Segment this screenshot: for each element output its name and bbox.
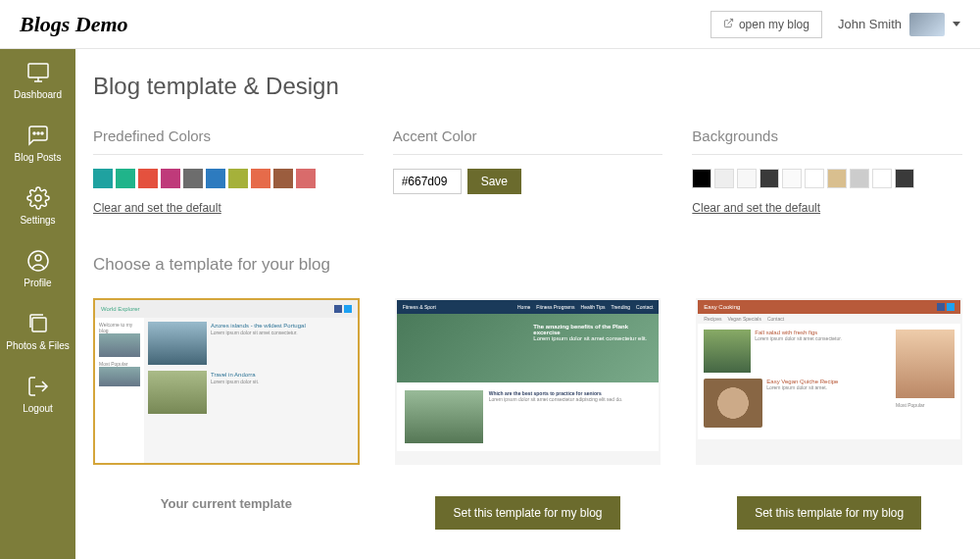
predefined-swatches [93, 169, 364, 188]
set-template-button[interactable]: Set this template for my blog [435, 496, 619, 530]
predefined-colors-section: Predefined Colors Clear and set the defa… [93, 127, 364, 216]
template-option-world-explorer: World Explorer Welcome to my blogMost Po… [93, 298, 360, 530]
sidebar-item-label: Profile [24, 278, 51, 288]
chevron-down-icon [953, 22, 960, 26]
accent-color-section: Accent Color Save [393, 127, 663, 216]
color-swatch-3[interactable] [161, 169, 180, 188]
top-bar: Blogs Demo open my blog John Smith [0, 0, 980, 49]
accent-color-input[interactable] [393, 169, 462, 194]
color-swatch-7[interactable] [251, 169, 270, 188]
sidebar-item-logout[interactable]: Logout [0, 363, 75, 426]
svg-line-0 [727, 19, 732, 24]
external-link-icon [723, 18, 734, 31]
color-swatch-4[interactable] [183, 169, 203, 188]
sidebar-item-blog-posts[interactable]: Blog Posts [0, 112, 75, 175]
svg-point-4 [33, 132, 35, 134]
sidebar-item-settings[interactable]: Settings [0, 175, 75, 237]
sidebar: Dashboard Blog Posts Settings Profile Ph… [0, 49, 75, 559]
background-swatch-6[interactable] [827, 169, 847, 188]
color-swatch-5[interactable] [206, 169, 225, 188]
topbar-right: open my blog John Smith [710, 11, 960, 38]
save-accent-button[interactable]: Save [467, 169, 521, 194]
color-swatch-0[interactable] [93, 169, 113, 188]
stack-icon [26, 312, 50, 335]
divider [93, 154, 364, 155]
divider [393, 154, 663, 155]
template-option-fitness-sport: Fitness & SportHomeFitness ProgramsHealt… [395, 298, 662, 530]
template-thumbnail[interactable]: Easy Cooking RecipesVegan SpecialsContac… [696, 298, 962, 465]
background-swatch-9[interactable] [895, 169, 914, 188]
svg-point-9 [35, 255, 41, 261]
color-swatch-8[interactable] [273, 169, 293, 188]
monitor-icon [26, 61, 50, 84]
template-option-easy-cooking: Easy Cooking RecipesVegan SpecialsContac… [696, 298, 962, 530]
open-blog-label: open my blog [739, 18, 809, 31]
color-swatch-6[interactable] [228, 169, 248, 188]
sidebar-item-label: Blog Posts [15, 152, 62, 163]
main-content: Blog template & Design Predefined Colors… [75, 49, 980, 559]
background-swatch-0[interactable] [692, 169, 711, 188]
background-swatch-3[interactable] [760, 169, 779, 188]
avatar [909, 13, 945, 36]
backgrounds-heading: Backgrounds [692, 127, 962, 144]
user-menu[interactable]: John Smith [838, 13, 960, 36]
chat-icon [26, 124, 50, 147]
current-template-label: Your current template [161, 496, 292, 511]
sidebar-item-label: Logout [23, 403, 53, 414]
logo: Blogs Demo [20, 12, 128, 37]
predefined-heading: Predefined Colors [93, 127, 364, 144]
template-thumbnail[interactable]: Fitness & SportHomeFitness ProgramsHealt… [395, 298, 662, 465]
exit-icon [26, 375, 50, 398]
backgrounds-section: Backgrounds Clear and set the default [692, 127, 962, 216]
templates-heading: Choose a template for your blog [93, 255, 962, 275]
sidebar-item-profile[interactable]: Profile [0, 237, 75, 300]
sidebar-item-label: Dashboard [14, 89, 62, 100]
sidebar-item-label: Photos & Files [6, 340, 69, 351]
divider [692, 154, 962, 155]
color-swatch-2[interactable] [138, 169, 158, 188]
svg-rect-10 [32, 318, 46, 331]
background-swatch-1[interactable] [714, 169, 734, 188]
sidebar-item-label: Settings [20, 215, 55, 226]
color-swatch-1[interactable] [116, 169, 135, 188]
background-swatch-7[interactable] [850, 169, 869, 188]
background-swatch-2[interactable] [737, 169, 757, 188]
background-swatch-4[interactable] [782, 169, 802, 188]
user-name: John Smith [838, 17, 902, 31]
clear-predefined-link[interactable]: Clear and set the default [93, 201, 221, 215]
background-swatch-8[interactable] [872, 169, 892, 188]
user-icon [26, 249, 50, 273]
page-title: Blog template & Design [93, 73, 962, 100]
color-swatch-9[interactable] [296, 169, 316, 188]
svg-point-7 [35, 195, 41, 201]
svg-rect-1 [28, 64, 48, 77]
svg-point-5 [37, 132, 39, 134]
accent-heading: Accent Color [393, 127, 663, 144]
gear-icon [26, 186, 50, 210]
open-my-blog-button[interactable]: open my blog [710, 11, 822, 38]
background-swatches [692, 169, 962, 188]
sidebar-item-dashboard[interactable]: Dashboard [0, 49, 75, 112]
clear-backgrounds-link[interactable]: Clear and set the default [692, 201, 820, 215]
set-template-button[interactable]: Set this template for my blog [737, 496, 921, 530]
background-swatch-5[interactable] [805, 169, 824, 188]
sidebar-item-photos-files[interactable]: Photos & Files [0, 300, 75, 363]
svg-point-6 [41, 132, 43, 134]
template-thumbnail[interactable]: World Explorer Welcome to my blogMost Po… [93, 298, 360, 465]
